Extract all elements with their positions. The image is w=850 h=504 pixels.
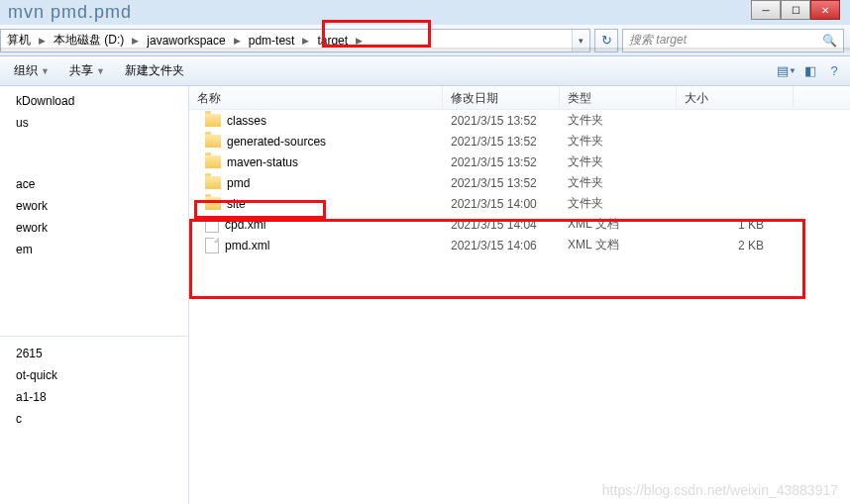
organize-menu[interactable]: 组织 ▼ [6, 59, 57, 82]
chevron-right-icon[interactable]: ▶ [354, 36, 365, 46]
nav-item[interactable]: em [0, 239, 188, 260]
close-button[interactable]: ✕ [810, 0, 840, 20]
file-row[interactable]: site2021/3/15 14:00文件夹 [189, 193, 850, 214]
nav-item[interactable]: us [0, 112, 188, 134]
maximize-button[interactable]: ☐ [781, 0, 810, 20]
file-icon [205, 217, 219, 233]
nav-item[interactable]: 2615 [0, 343, 188, 364]
file-list[interactable]: classes2021/3/15 13:52文件夹generated-sourc… [189, 110, 850, 255]
chevron-right-icon[interactable]: ▶ [130, 36, 141, 46]
file-date: 2021/3/15 13:52 [443, 135, 560, 149]
nav-item[interactable]: ot-quick [0, 364, 188, 386]
file-icon [205, 238, 219, 253]
chevron-down-icon: ▼ [41, 66, 50, 76]
column-type[interactable]: 类型 [560, 86, 677, 109]
file-name: site [227, 197, 246, 211]
file-type: XML 文档 [560, 216, 677, 233]
minimize-button[interactable]: ─ [751, 0, 781, 20]
file-type: 文件夹 [560, 112, 677, 129]
file-date: 2021/3/15 14:00 [443, 197, 560, 211]
title-bar-remnant: mvn pmd.pmd [0, 0, 850, 25]
file-type: 文件夹 [560, 195, 677, 212]
crumb-workspace[interactable]: javaworkspace [141, 34, 231, 48]
chevron-down-icon: ▼ [96, 66, 105, 76]
view-options-button[interactable]: ▤ ▼ [777, 61, 797, 81]
file-type: 文件夹 [560, 153, 677, 170]
crumb-target[interactable]: target [311, 34, 354, 48]
chevron-right-icon[interactable]: ▶ [37, 36, 48, 46]
file-name: maven-status [227, 155, 298, 169]
search-icon: 🔍 [822, 34, 837, 48]
file-type: XML 文档 [560, 237, 677, 253]
column-headers: 名称 修改日期 类型 大小 [189, 86, 850, 110]
file-row[interactable]: pmd2021/3/15 13:52文件夹 [189, 172, 850, 193]
file-name: generated-sources [227, 135, 326, 149]
toolbar: 组织 ▼ 共享 ▼ 新建文件夹 ▤ ▼ ◧ ? [0, 56, 850, 86]
refresh-button[interactable]: ↻ [594, 29, 618, 52]
nav-item[interactable]: ework [0, 217, 188, 239]
column-size[interactable]: 大小 [677, 86, 794, 109]
file-name: classes [227, 114, 266, 128]
search-placeholder: 搜索 target [629, 32, 687, 49]
crumb-drive[interactable]: 本地磁盘 (D:) [48, 32, 130, 49]
nav-item[interactable]: ace [0, 173, 188, 195]
file-date: 2021/3/15 13:52 [443, 176, 560, 190]
window-controls: ─ ☐ ✕ [751, 0, 840, 20]
chevron-right-icon[interactable]: ▶ [300, 36, 311, 46]
file-date: 2021/3/15 13:52 [443, 114, 560, 128]
file-type: 文件夹 [560, 133, 677, 150]
folder-icon [205, 114, 221, 127]
navigation-pane[interactable]: kDownload us ace ework ework em 2615 ot-… [0, 86, 189, 504]
address-bar-row: 算机▶ 本地磁盘 (D:)▶ javaworkspace▶ pdm-test▶ … [0, 25, 850, 56]
address-dropdown-icon[interactable]: ▾ [572, 30, 589, 51]
file-row[interactable]: cpd.xml2021/3/15 14:04XML 文档1 KB [189, 214, 850, 235]
file-row[interactable]: generated-sources2021/3/15 13:52文件夹 [189, 131, 850, 151]
folder-icon [205, 135, 221, 148]
preview-pane-button[interactable]: ◧ [800, 61, 820, 81]
file-date: 2021/3/15 13:52 [443, 155, 560, 169]
nav-item[interactable]: ework [0, 195, 188, 217]
file-row[interactable]: classes2021/3/15 13:52文件夹 [189, 110, 850, 131]
file-list-pane: 名称 修改日期 类型 大小 classes2021/3/15 13:52文件夹g… [189, 86, 850, 504]
crumb-project[interactable]: pdm-test [243, 34, 301, 48]
nav-item[interactable]: a1-18 [0, 386, 188, 408]
file-type: 文件夹 [560, 174, 677, 191]
folder-icon [205, 176, 221, 189]
refresh-icon: ↻ [601, 33, 612, 48]
breadcrumb[interactable]: 算机▶ 本地磁盘 (D:)▶ javaworkspace▶ pdm-test▶ … [0, 29, 590, 52]
new-folder-button[interactable]: 新建文件夹 [117, 59, 192, 82]
file-row[interactable]: pmd.xml2021/3/15 14:06XML 文档2 KB [189, 235, 850, 255]
nav-item[interactable]: c [0, 408, 188, 430]
file-name: pmd.xml [225, 239, 269, 252]
share-menu[interactable]: 共享 ▼ [61, 59, 113, 82]
file-name: pmd [227, 176, 250, 190]
organize-label: 组织 [14, 62, 38, 79]
folder-icon [205, 197, 221, 210]
folder-icon [205, 155, 221, 168]
file-date: 2021/3/15 14:06 [443, 239, 560, 252]
nav-item[interactable]: kDownload [0, 90, 188, 112]
file-row[interactable]: maven-status2021/3/15 13:52文件夹 [189, 151, 850, 172]
chevron-right-icon[interactable]: ▶ [232, 36, 243, 46]
search-input[interactable]: 搜索 target 🔍 [622, 29, 844, 52]
share-label: 共享 [69, 62, 93, 79]
help-button[interactable]: ? [824, 61, 844, 81]
file-name: cpd.xml [225, 218, 266, 232]
file-size: 2 KB [677, 239, 794, 252]
column-name[interactable]: 名称 [189, 86, 443, 109]
file-date: 2021/3/15 14:04 [443, 218, 560, 232]
column-date[interactable]: 修改日期 [443, 86, 560, 109]
file-size: 1 KB [677, 218, 794, 232]
crumb-computer[interactable]: 算机 [1, 32, 37, 49]
